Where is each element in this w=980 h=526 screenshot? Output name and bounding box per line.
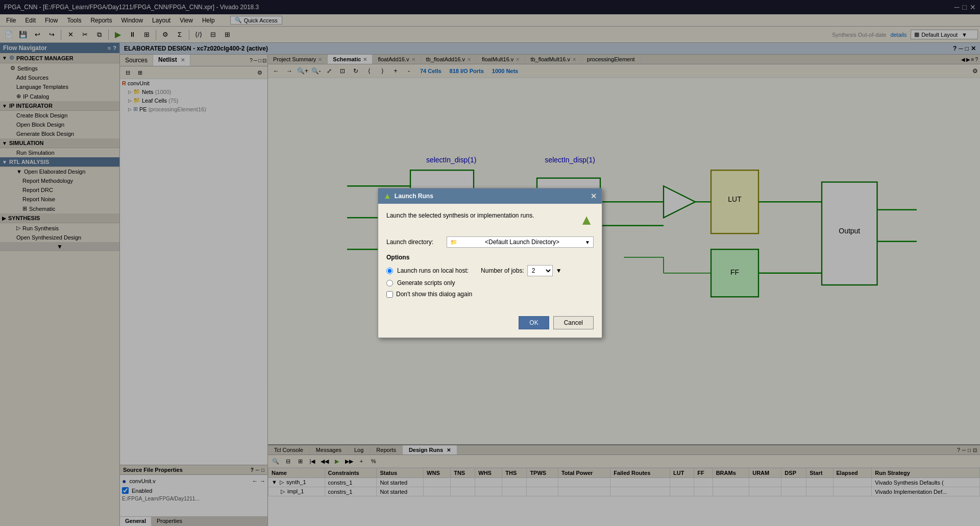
options-title: Options — [386, 254, 594, 261]
dir-icon: 📁 — [450, 239, 457, 246]
scripts-only-radio[interactable] — [386, 280, 393, 286]
local-host-radio[interactable] — [386, 268, 393, 274]
dialog-desc-text: Launch the selected synthesis or impleme… — [386, 212, 534, 219]
jobs-dropdown-arrow: ▼ — [556, 267, 562, 274]
dialog-footer: OK Cancel — [378, 312, 602, 338]
dialog-logo-icon: ▲ — [579, 212, 594, 228]
ok-button[interactable]: OK — [519, 316, 549, 329]
dont-show-checkbox[interactable] — [386, 291, 393, 298]
jobs-label: Number of jobs: — [481, 267, 524, 274]
dialog-overlay: ▲ Launch Runs ✕ Launch the selected synt… — [0, 0, 980, 526]
dialog-title: Launch Runs — [395, 193, 433, 200]
jobs-select[interactable]: 1 2 4 8 — [527, 265, 553, 276]
launch-dir-label: Launch directory: — [386, 238, 443, 246]
local-host-label: Launch runs on local host: — [397, 267, 469, 274]
dialog-header: ▲ Launch Runs ✕ — [378, 188, 602, 204]
cancel-button[interactable]: Cancel — [553, 316, 594, 329]
dialog-vivado-icon: ▲ — [383, 192, 391, 201]
dialog-close-btn[interactable]: ✕ — [591, 192, 597, 200]
scripts-only-label: Generate scripts only — [397, 279, 455, 286]
launch-dir-field: Launch directory: 📁 <Default Launch Dire… — [386, 236, 594, 248]
launch-runs-dialog: ▲ Launch Runs ✕ Launch the selected synt… — [378, 188, 602, 338]
launch-dir-value: <Default Launch Directory> — [485, 238, 559, 246]
jobs-field: Number of jobs: 1 2 4 8 ▼ — [481, 265, 562, 276]
local-host-row: Launch runs on local host: Number of job… — [386, 265, 594, 276]
scripts-only-row: Generate scripts only — [386, 279, 594, 286]
dialog-options: Options Launch runs on local host: Numbe… — [386, 254, 594, 298]
dialog-description: Launch the selected synthesis or impleme… — [386, 212, 594, 228]
launch-dir-select[interactable]: 📁 <Default Launch Directory> ▼ — [447, 236, 594, 248]
dont-show-label: Don't show this dialog again — [396, 291, 472, 298]
dialog-body: Launch the selected synthesis or impleme… — [378, 204, 602, 312]
dir-dropdown-icon: ▼ — [585, 240, 590, 245]
dont-show-row: Don't show this dialog again — [386, 291, 594, 298]
